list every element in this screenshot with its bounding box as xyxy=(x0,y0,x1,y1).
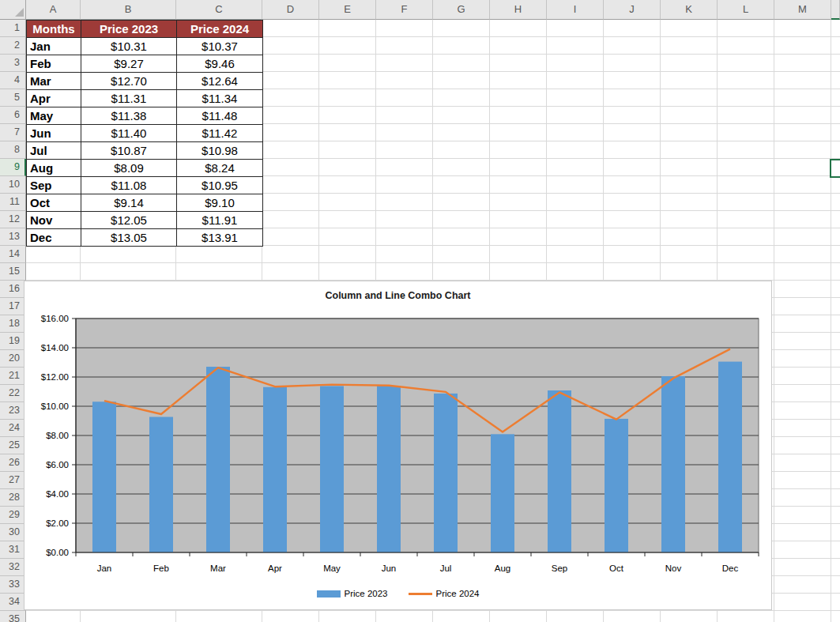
cell-A3[interactable]: Feb xyxy=(27,55,81,73)
column-header-K[interactable]: K xyxy=(661,0,718,20)
row-header-14[interactable]: 14 xyxy=(0,246,26,263)
cell-C13[interactable]: $13.91 xyxy=(177,229,263,247)
cell-C3[interactable]: $9.46 xyxy=(177,55,263,73)
row-header-28[interactable]: 28 xyxy=(0,489,26,507)
bar-Feb[interactable] xyxy=(149,417,173,552)
column-header-M[interactable]: M xyxy=(774,0,831,20)
row-header-3[interactable]: 3 xyxy=(0,55,26,72)
bar-Jun[interactable] xyxy=(377,386,401,552)
cell-B1[interactable]: Price 2023 xyxy=(81,21,177,38)
bar-Apr[interactable] xyxy=(263,387,287,552)
cell-C12[interactable]: $11.91 xyxy=(177,212,263,229)
cell-B8[interactable]: $10.87 xyxy=(81,142,177,160)
cell-C2[interactable]: $10.37 xyxy=(177,38,263,55)
row-header-22[interactable]: 22 xyxy=(0,385,26,402)
cell-A5[interactable]: Apr xyxy=(27,90,81,107)
cell-B2[interactable]: $10.31 xyxy=(81,38,177,55)
cell-A6[interactable]: May xyxy=(27,107,81,125)
chart[interactable]: Column and Line Combo Chart $0.00$2.00$4… xyxy=(24,281,772,610)
row-header-7[interactable]: 7 xyxy=(0,124,26,141)
active-cell[interactable] xyxy=(830,159,840,178)
cell-B3[interactable]: $9.27 xyxy=(81,55,177,73)
column-header-A[interactable]: A xyxy=(26,0,81,20)
row-header-31[interactable]: 31 xyxy=(0,541,26,559)
row-header-1[interactable]: 1 xyxy=(0,20,26,37)
row-header-25[interactable]: 25 xyxy=(0,437,26,454)
column-header-N[interactable] xyxy=(831,0,840,20)
row-header-16[interactable]: 16 xyxy=(0,281,26,298)
row-header-24[interactable]: 24 xyxy=(0,420,26,437)
row-header-13[interactable]: 13 xyxy=(0,228,26,246)
row-header-17[interactable]: 17 xyxy=(0,298,26,315)
cell-C9[interactable]: $8.24 xyxy=(177,160,263,177)
row-header-8[interactable]: 8 xyxy=(0,141,26,159)
cell-A8[interactable]: Jul xyxy=(27,142,81,160)
row-header-2[interactable]: 2 xyxy=(0,37,26,55)
column-header-H[interactable]: H xyxy=(490,0,547,20)
cell-B5[interactable]: $11.31 xyxy=(81,90,177,107)
row-header-4[interactable]: 4 xyxy=(0,72,26,89)
select-all-button[interactable] xyxy=(0,0,26,20)
cell-C1[interactable]: Price 2024 xyxy=(177,21,263,38)
cell-B4[interactable]: $12.70 xyxy=(81,73,177,90)
column-header-D[interactable]: D xyxy=(262,0,319,20)
bar-Sep[interactable] xyxy=(548,390,571,552)
cell-A11[interactable]: Oct xyxy=(27,194,81,212)
row-header-27[interactable]: 27 xyxy=(0,472,26,489)
legend-item-price-2023[interactable]: Price 2023 xyxy=(317,589,388,598)
row-header-32[interactable]: 32 xyxy=(0,559,26,576)
column-header-C[interactable]: C xyxy=(176,0,262,20)
cell-C11[interactable]: $9.10 xyxy=(177,194,263,212)
cell-B10[interactable]: $11.08 xyxy=(81,177,177,194)
column-header-I[interactable]: I xyxy=(547,0,604,20)
cell-A9[interactable]: Aug xyxy=(27,160,81,177)
bar-Jul[interactable] xyxy=(434,394,458,552)
column-header-L[interactable]: L xyxy=(718,0,774,20)
row-header-23[interactable]: 23 xyxy=(0,402,26,420)
cell-A7[interactable]: Jun xyxy=(27,125,81,142)
cell-C8[interactable]: $10.98 xyxy=(177,142,263,160)
cell-B13[interactable]: $13.05 xyxy=(81,229,177,247)
bar-Dec[interactable] xyxy=(718,362,742,552)
cell-A13[interactable]: Dec xyxy=(27,229,81,247)
cell-C10[interactable]: $10.95 xyxy=(177,177,263,194)
cell-A1[interactable]: Months xyxy=(27,21,81,38)
row-header-9[interactable]: 9 xyxy=(0,159,26,176)
column-header-B[interactable]: B xyxy=(81,0,176,20)
row-header-33[interactable]: 33 xyxy=(0,576,26,594)
cell-C5[interactable]: $11.34 xyxy=(177,90,263,107)
cell-B7[interactable]: $11.40 xyxy=(81,125,177,142)
row-header-35[interactable]: 35 xyxy=(0,611,26,622)
cell-B12[interactable]: $12.05 xyxy=(81,212,177,229)
bar-Mar[interactable] xyxy=(206,367,230,552)
cell-C6[interactable]: $11.48 xyxy=(177,107,263,125)
cell-B6[interactable]: $11.38 xyxy=(81,107,177,125)
cell-B9[interactable]: $8.09 xyxy=(81,160,177,177)
cell-A12[interactable]: Nov xyxy=(27,212,81,229)
cell-B11[interactable]: $9.14 xyxy=(81,194,177,212)
column-header-G[interactable]: G xyxy=(433,0,490,20)
column-header-J[interactable]: J xyxy=(604,0,661,20)
cell-A2[interactable]: Jan xyxy=(27,38,81,55)
row-header-18[interactable]: 18 xyxy=(0,315,26,333)
column-header-E[interactable]: E xyxy=(319,0,376,20)
row-header-15[interactable]: 15 xyxy=(0,263,26,281)
legend-item-price-2024[interactable]: Price 2024 xyxy=(409,589,480,598)
row-header-11[interactable]: 11 xyxy=(0,194,26,211)
cell-A10[interactable]: Sep xyxy=(27,177,81,194)
row-header-10[interactable]: 10 xyxy=(0,176,26,194)
row-header-34[interactable]: 34 xyxy=(0,594,26,611)
row-header-5[interactable]: 5 xyxy=(0,89,26,107)
column-header-F[interactable]: F xyxy=(376,0,433,20)
bar-May[interactable] xyxy=(320,386,344,552)
cell-C4[interactable]: $12.64 xyxy=(177,73,263,90)
cell-C7[interactable]: $11.42 xyxy=(177,125,263,142)
bar-Oct[interactable] xyxy=(605,419,628,552)
row-header-6[interactable]: 6 xyxy=(0,107,26,124)
cell-A4[interactable]: Mar xyxy=(27,73,81,90)
row-header-12[interactable]: 12 xyxy=(0,211,26,228)
bar-Nov[interactable] xyxy=(661,376,685,552)
bar-Jan[interactable] xyxy=(92,401,116,552)
row-header-29[interactable]: 29 xyxy=(0,507,26,524)
row-header-21[interactable]: 21 xyxy=(0,368,26,385)
